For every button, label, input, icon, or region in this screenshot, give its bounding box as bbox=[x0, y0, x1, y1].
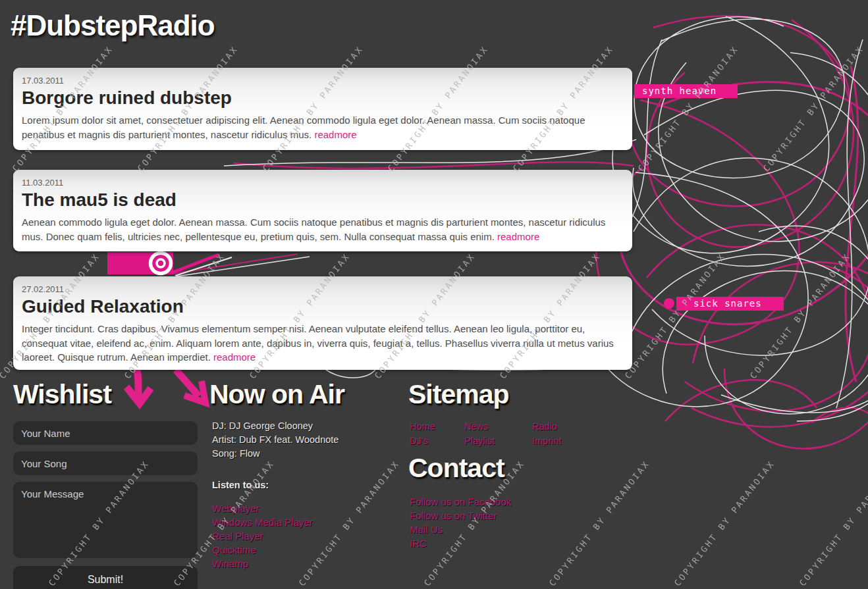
arrow-down-right-icon bbox=[176, 370, 199, 396]
tag-sick-snares: sick snares bbox=[676, 297, 784, 311]
sitemap-heading: Sitemap bbox=[408, 379, 509, 410]
readmore-link[interactable]: readmore bbox=[497, 231, 539, 242]
song-line: Song: Flow bbox=[212, 447, 339, 461]
sitemap-link-radio[interactable]: Radio bbox=[532, 420, 605, 434]
message-textarea[interactable] bbox=[13, 482, 198, 558]
contact-link-twitter[interactable]: Follow us on Twitter bbox=[410, 509, 511, 523]
dj-line: DJ: DJ George Clooney bbox=[212, 419, 339, 433]
news-title: Guided Relaxation bbox=[22, 296, 623, 317]
song-input[interactable] bbox=[13, 451, 198, 475]
link-windows-media-player[interactable]: Windows Media Player bbox=[212, 515, 313, 529]
news-body: Integer tincidunt. Cras dapibus. Vivamus… bbox=[22, 323, 614, 363]
news-card: 27.02.2011 Guided Relaxation Integer tin… bbox=[13, 276, 632, 370]
now-on-air-heading: Now on Air bbox=[209, 379, 344, 410]
contact-link-mail[interactable]: Mail Us bbox=[410, 523, 511, 536]
news-date: 17.03.2011 bbox=[22, 76, 623, 86]
link-webplayer[interactable]: Webplayer bbox=[212, 501, 313, 515]
submit-button[interactable]: Submit! bbox=[13, 566, 198, 589]
site-title: #DubstepRadio bbox=[11, 9, 215, 42]
sitemap-link-home[interactable]: Home bbox=[410, 420, 464, 434]
sitemap-link-playlist[interactable]: Playlist bbox=[464, 434, 532, 448]
news-date: 27.02.2011 bbox=[22, 284, 623, 294]
doodle-arrows bbox=[126, 366, 205, 403]
contact-links: Follow us on Facebook Follow us on Twitt… bbox=[410, 495, 511, 550]
listen-to-us-label: Listen to us: bbox=[212, 480, 269, 490]
name-input[interactable] bbox=[13, 421, 198, 445]
news-title: The mau5 is dead bbox=[22, 190, 623, 211]
link-real-player[interactable]: Real Player bbox=[212, 529, 313, 543]
news-body: Lorem ipsum dolor sit amet, consectetuer… bbox=[22, 115, 585, 140]
contact-heading: Contact bbox=[408, 453, 504, 484]
link-quicktime[interactable]: Quicktime bbox=[212, 543, 313, 557]
pink-dot-icon bbox=[664, 298, 674, 309]
news-date: 11.03.2011 bbox=[22, 178, 623, 188]
readmore-link[interactable]: readmore bbox=[314, 129, 356, 140]
record-logo-scrap bbox=[107, 252, 232, 276]
news-title: Borgore ruined dubstep bbox=[22, 88, 623, 109]
sitemap-link-imprint[interactable]: Imprint bbox=[532, 434, 605, 448]
sitemap-link-djs[interactable]: DJ's bbox=[410, 434, 464, 448]
artist-line: Artist: Dub FX feat. Woodnote bbox=[212, 433, 339, 447]
tag-synth-heaven: synth heaven bbox=[634, 84, 738, 98]
news-card: 17.03.2011 Borgore ruined dubstep Lorem … bbox=[13, 68, 632, 150]
contact-link-irc[interactable]: IRC bbox=[410, 536, 511, 550]
sitemap-links: Home News Radio DJ's Playlist Imprint bbox=[410, 420, 605, 448]
readmore-link[interactable]: readmore bbox=[213, 351, 256, 363]
contact-link-facebook[interactable]: Follow us on Facebook bbox=[410, 495, 511, 509]
player-links: Webplayer Windows Media Player Real Play… bbox=[212, 501, 313, 571]
news-card: 11.03.2011 The mau5 is dead Aenean commo… bbox=[13, 170, 632, 251]
link-winamp[interactable]: Winamp bbox=[212, 557, 313, 571]
now-on-air-info: DJ: DJ George Clooney Artist: Dub FX fea… bbox=[212, 419, 339, 461]
wishlist-heading: Wishlist bbox=[13, 379, 111, 410]
sitemap-link-news[interactable]: News bbox=[464, 420, 532, 434]
